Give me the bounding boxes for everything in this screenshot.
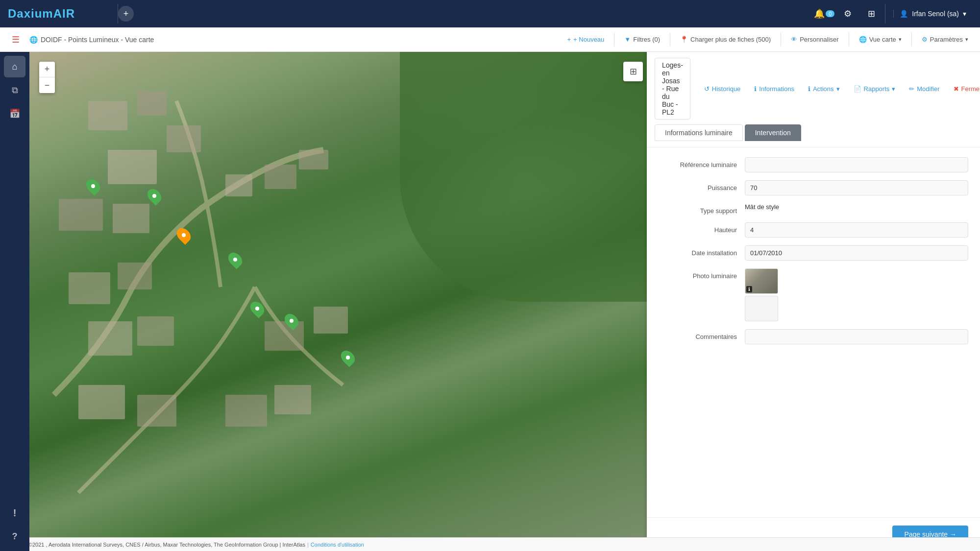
form-row-type-support: Type support Mât de style — [659, 203, 968, 215]
filtres-button[interactable]: ▼ Filtres (0) — [618, 33, 666, 46]
layers-button[interactable]: ⊞ — [623, 62, 643, 81]
svg-rect-5 — [113, 204, 149, 233]
hamburger-button[interactable]: ☰ — [6, 30, 25, 49]
panel-content: Référence luminaire Puissance Type suppo… — [647, 147, 980, 517]
sidebar-item-calendar[interactable]: 📅 — [4, 103, 25, 124]
zoom-out-button[interactable]: − — [39, 77, 55, 93]
nav-separator-2 — [885, 4, 885, 24]
map-area[interactable]: + − ⊞ Google Leaflet — [29, 52, 647, 551]
toolbar-separator-5 — [911, 33, 912, 47]
sidebar: ⌂ ⧉ 📅 ! ? — [0, 52, 29, 551]
rapports-arrow: ▾ — [892, 85, 895, 93]
grid-button[interactable]: ⊞ — [861, 4, 881, 24]
map-marker-4[interactable] — [229, 252, 241, 267]
type-support-text: Mât de style — [745, 199, 779, 215]
tab-intervention[interactable]: Intervention — [745, 124, 801, 141]
close-icon: ✖ — [954, 85, 959, 93]
svg-rect-11 — [88, 321, 132, 356]
imagery-text: Imagerie ©2021 , Aerodata International … — [6, 542, 305, 548]
bell-icon: 🔔 — [814, 8, 825, 19]
filter-icon: ▼ — [624, 36, 631, 43]
date-label: Date installation — [659, 245, 737, 257]
detail-panel: Loges-en Josas - Rue du Buc - PL2 ↺ Hist… — [647, 52, 980, 551]
user-icon: 👤 — [900, 10, 908, 18]
add-button[interactable]: + — [118, 6, 134, 22]
fermer-button[interactable]: ✖ Fermer — [950, 83, 980, 95]
report-icon: 📄 — [854, 85, 861, 93]
zoom-controls: + − — [39, 62, 55, 93]
cog-icon: ⚙ — [922, 36, 928, 43]
sidebar-item-help[interactable]: ? — [4, 526, 25, 547]
charger-button[interactable]: 📍 Charger plus de fiches (500) — [674, 33, 777, 46]
parametres-button[interactable]: ⚙ Paramètres ▾ — [916, 33, 974, 46]
svg-rect-14 — [314, 307, 348, 334]
vue-carte-button[interactable]: 🌐 Vue carte ▾ — [853, 33, 907, 46]
menu-icon: ☰ — [12, 34, 20, 45]
hauteur-label: Hauteur — [659, 222, 737, 234]
tab-informations-luminaire[interactable]: Informations luminaire — [655, 124, 743, 141]
green-area-1 — [400, 52, 647, 302]
date-input[interactable] — [745, 245, 968, 261]
nouveau-button[interactable]: + + Nouveau — [561, 33, 610, 46]
commentaires-label: Commentaires — [659, 329, 737, 340]
actions-button[interactable]: ℹ Actions ▾ — [804, 83, 844, 95]
panel-title: Loges-en Josas - Rue du Buc - PL2 — [655, 58, 690, 120]
sidebar-item-home[interactable]: ⌂ — [4, 56, 25, 77]
personnaliser-button[interactable]: 👁 Personnaliser — [785, 33, 845, 46]
photo-empty-slot — [745, 296, 778, 321]
photo-label: Photo luminaire — [659, 268, 737, 280]
svg-rect-2 — [108, 150, 157, 184]
history-icon: ↺ — [704, 85, 710, 93]
toolbar-separator-1 — [614, 33, 614, 47]
nav-icons: 🔔 0 ⚙ ⊞ 👤 Irfan Senol (sa) ▾ — [814, 4, 972, 24]
svg-rect-9 — [69, 272, 110, 304]
map-marker-5[interactable] — [251, 301, 263, 316]
rapports-button[interactable]: 📄 Rapports ▾ — [850, 83, 900, 95]
map-marker-1[interactable] — [87, 178, 99, 194]
user-menu[interactable]: 👤 Irfan Senol (sa) ▾ — [893, 10, 972, 18]
pin-icon: 📍 — [680, 36, 688, 43]
app-logo: DaxiumAIR — [8, 7, 106, 21]
puissance-input[interactable] — [745, 180, 968, 195]
settings-button[interactable]: ⚙ — [838, 4, 858, 24]
sidebar-item-copy[interactable]: ⧉ — [4, 79, 25, 101]
form-row-photo: Photo luminaire ℹ — [659, 268, 968, 321]
plus-icon: + — [567, 36, 571, 43]
hauteur-input[interactable] — [745, 222, 968, 238]
breadcrumb-text: DOIDF - Points Lumineux - Vue carte — [41, 36, 154, 44]
modifier-button[interactable]: ✏ Modifier — [905, 83, 943, 95]
map-marker-3[interactable] — [178, 227, 190, 243]
photo-thumbnail[interactable]: ℹ — [745, 268, 778, 294]
puissance-value — [745, 180, 968, 195]
toolbar-separator-3 — [781, 33, 781, 47]
conditions-link[interactable]: Conditions d'utilisation — [311, 542, 364, 548]
top-navigation: DaxiumAIR + 🔔 0 ⚙ ⊞ 👤 Irfan Senol (sa) ▾ — [0, 0, 980, 27]
notification-button[interactable]: 🔔 0 — [814, 4, 834, 24]
notification-badge: 0 — [826, 10, 834, 17]
form-row-reference: Référence luminaire — [659, 157, 968, 172]
actions-icon: ℹ — [808, 85, 810, 93]
eye-icon: 👁 — [791, 36, 797, 43]
zoom-in-button[interactable]: + — [39, 62, 55, 77]
grid-icon: ⊞ — [868, 8, 875, 19]
photo-container-wrapper: ℹ — [745, 268, 968, 321]
map-marker-7[interactable] — [342, 350, 354, 365]
reference-input[interactable] — [745, 157, 968, 172]
globe-icon-2: 🌐 — [859, 36, 867, 43]
map-marker-6[interactable] — [286, 313, 297, 329]
sidebar-item-alert[interactable]: ! — [4, 502, 25, 524]
commentaires-input[interactable] — [745, 329, 968, 344]
panel-actions: ↺ Historique ℹ Informations ℹ Actions ▾ … — [700, 83, 980, 95]
toolbar: ☰ 🌐 DOIDF - Points Lumineux - Vue carte … — [0, 27, 980, 52]
calendar-icon: 📅 — [9, 108, 20, 119]
svg-rect-15 — [78, 385, 125, 419]
svg-rect-0 — [88, 101, 127, 130]
dropdown-arrow-vue: ▾ — [899, 36, 902, 43]
photo-info-badge: ℹ — [746, 286, 752, 292]
svg-rect-18 — [274, 385, 311, 414]
gear-icon: ⚙ — [844, 8, 852, 19]
user-dropdown-arrow: ▾ — [963, 10, 966, 18]
historique-button[interactable]: ↺ Historique — [700, 83, 745, 95]
map-marker-2[interactable] — [148, 188, 160, 204]
informations-button[interactable]: ℹ Informations — [750, 83, 798, 95]
